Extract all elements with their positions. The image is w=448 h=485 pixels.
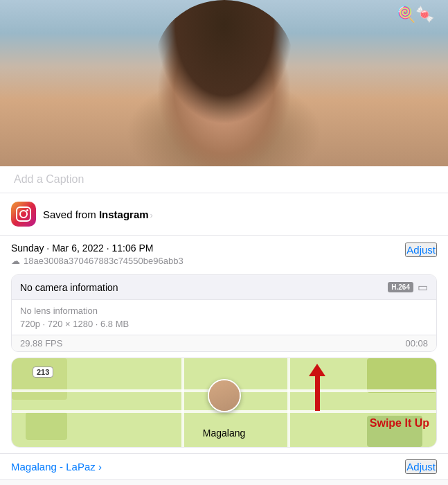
arrow-shaft — [315, 376, 320, 411]
photo-emoji: 🍭🍬 — [397, 6, 434, 24]
duration-text: 00:08 — [405, 338, 428, 349]
date-hash-text: 18ae3008a370467883c74550be96abb3 — [24, 256, 183, 266]
cloud-icon: ☁ — [11, 256, 20, 266]
codec-badge: H.264 ▭ — [388, 281, 428, 294]
map-patch-1 — [12, 358, 67, 400]
resolution-info: 720p · 720 × 1280 · 6.8 MB — [20, 319, 428, 329]
swipe-it-up-text: Swipe It Up — [370, 417, 429, 430]
video-camera-icon: ▭ — [418, 281, 428, 294]
source-row[interactable]: Saved from Instagram› — [0, 193, 448, 236]
location-link[interactable]: Magalang - LaPaz › — [11, 461, 102, 473]
map-bg: 213 Magalang Swipe It Up — [12, 358, 436, 447]
bottom-toolbar — [0, 479, 448, 485]
date-row: Sunday · Mar 6, 2022 · 11:06 PM ☁ 18ae30… — [0, 236, 448, 269]
map-road-v1 — [181, 358, 184, 447]
map-location-label: Magalang — [203, 427, 246, 439]
fps-text: 29.88 FPS — [20, 338, 62, 349]
camera-info-box: No camera information H.264 ▭ No lens in… — [11, 274, 437, 352]
caption-placeholder: Add a Caption — [14, 173, 84, 185]
map-pin — [208, 379, 241, 412]
fps-bar: 29.88 FPS 00:08 — [12, 335, 436, 351]
source-text: Saved from Instagram› — [43, 209, 153, 220]
adjust-date-button[interactable]: Adjust — [405, 242, 437, 257]
date-info: Sunday · Mar 6, 2022 · 11:06 PM ☁ 18ae30… — [11, 242, 183, 266]
map-patch-2 — [367, 358, 436, 393]
date-hash-row: ☁ 18ae3008a370467883c74550be96abb3 — [11, 256, 183, 266]
photo-face — [0, 0, 448, 166]
map-patch-3 — [26, 412, 67, 440]
instagram-icon — [11, 202, 36, 227]
h264-badge: H.264 — [388, 282, 413, 292]
road-number-badge: 213 — [33, 367, 53, 378]
source-chevron: › — [150, 210, 153, 220]
info-section: Saved from Instagram› Sunday · Mar 6, 20… — [0, 193, 448, 479]
map-pin-face — [209, 380, 240, 411]
lens-info: No lens information — [20, 306, 428, 316]
photo-area: 🍭🍬 — [0, 0, 448, 166]
red-arrow — [309, 364, 325, 411]
location-row: Magalang - LaPaz › Adjust — [0, 453, 448, 479]
map-road-v2 — [287, 358, 290, 447]
no-camera-text: No camera information — [20, 282, 118, 293]
camera-header: No camera information H.264 ▭ — [12, 275, 436, 300]
map-section[interactable]: 213 Magalang Swipe It Up — [11, 358, 437, 448]
source-prefix: Saved from — [43, 209, 99, 220]
instagram-icon-inner — [16, 206, 31, 222]
adjust-location-button[interactable]: Adjust — [405, 459, 437, 474]
date-main: Sunday · Mar 6, 2022 · 11:06 PM — [11, 242, 183, 254]
camera-details: No lens information 720p · 720 × 1280 · … — [12, 300, 436, 335]
source-platform: Instagram — [99, 209, 149, 220]
arrow-head — [309, 364, 325, 376]
caption-area[interactable]: Add a Caption — [0, 166, 448, 193]
phone-container: 🍭🍬 Add a Caption Saved from Instagram› S… — [0, 0, 448, 485]
